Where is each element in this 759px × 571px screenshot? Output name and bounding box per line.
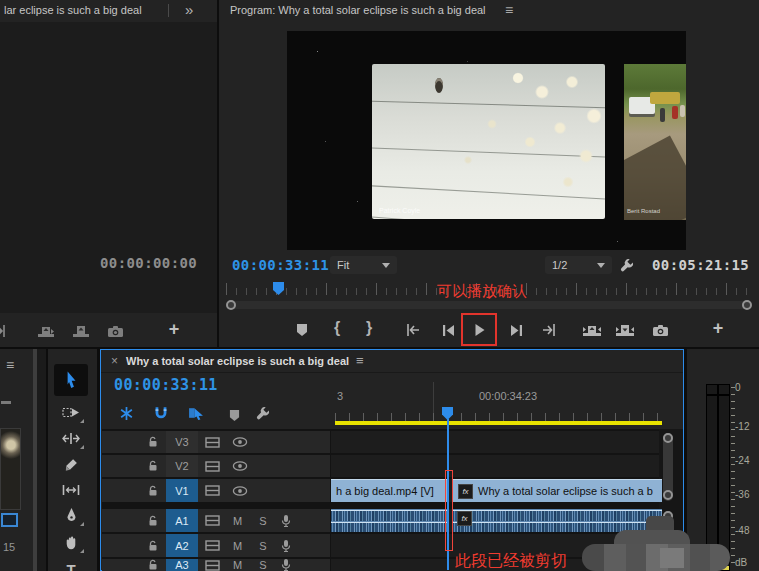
source-insert-icon[interactable] (35, 320, 57, 342)
program-panel-menu-icon[interactable]: ≡ (505, 2, 513, 18)
timeline-settings-wrench-icon[interactable] (251, 402, 273, 424)
sync-lock-icon[interactable] (205, 515, 220, 526)
cut-highlight-box (445, 470, 453, 551)
sync-lock-icon[interactable] (205, 437, 220, 448)
sync-lock-icon[interactable] (205, 560, 220, 571)
program-settings-wrench-icon[interactable] (615, 254, 637, 276)
mute-button[interactable]: M (233, 515, 242, 527)
project-item-name-partial (1, 401, 11, 404)
track-target-v2[interactable]: V2 (166, 455, 198, 477)
video-scrollbar-bottom-handle[interactable] (663, 490, 673, 500)
track-content-v2[interactable] (331, 455, 659, 477)
source-button-editor-plus[interactable]: + (163, 318, 185, 340)
mute-button[interactable]: M (233, 559, 242, 571)
source-goto-out-icon[interactable] (0, 320, 10, 342)
timeline-panel-menu-icon[interactable]: ≡ (356, 353, 364, 368)
scrollbar-right-handle[interactable] (742, 300, 752, 310)
person-light (680, 105, 685, 117)
lock-icon[interactable] (148, 485, 159, 497)
sync-lock-icon[interactable] (205, 461, 220, 472)
program-current-timecode[interactable]: 00:00:33:11 (232, 257, 329, 273)
lock-icon[interactable] (148, 559, 159, 571)
solo-button[interactable]: S (259, 540, 266, 552)
scrollbar-left-handle[interactable] (226, 300, 236, 310)
add-marker-button[interactable] (291, 319, 313, 341)
track-content-v1[interactable]: h a big deal.mp4 [V] fx Why a total sola… (331, 479, 659, 502)
step-back-button[interactable] (437, 319, 459, 341)
source-export-frame-icon[interactable] (104, 320, 126, 342)
source-tab-title[interactable]: lar eclipse is such a big deal (4, 4, 142, 16)
sync-lock-icon[interactable] (205, 485, 220, 496)
nest-sequences-icon[interactable] (115, 402, 137, 424)
timeline-tab-close-icon[interactable]: × (111, 354, 118, 368)
solo-button[interactable]: S (259, 559, 266, 571)
clip-a1-left[interactable] (331, 509, 447, 532)
waveform-left-ch2 (331, 522, 447, 532)
lock-icon[interactable] (148, 540, 159, 552)
track-output-eye-icon[interactable] (232, 437, 248, 447)
hand-tool[interactable] (56, 529, 86, 555)
slip-tool[interactable] (56, 477, 86, 503)
track-target-a2[interactable]: A2 (166, 534, 198, 557)
panel-collapse-chevrons[interactable]: » (185, 1, 193, 18)
project-thumbnail[interactable] (0, 428, 21, 510)
goto-out-button[interactable] (539, 319, 561, 341)
voiceover-mic-icon[interactable] (281, 558, 291, 571)
play-button[interactable] (468, 319, 490, 341)
zoom-level-value: Fit (337, 259, 349, 271)
mute-button[interactable]: M (233, 540, 242, 552)
track-select-forward-tool[interactable] (56, 399, 86, 425)
work-area-bar[interactable] (335, 421, 662, 425)
program-playhead[interactable] (272, 281, 285, 298)
timeline-current-timecode[interactable]: 00:00:33:11 (114, 376, 218, 394)
selection-tool[interactable] (56, 367, 86, 393)
ripple-edit-tool[interactable] (56, 425, 86, 451)
track-output-eye-icon[interactable] (232, 461, 248, 471)
pen-tool[interactable] (56, 502, 86, 528)
watermark-body (582, 544, 730, 571)
playback-resolution-select[interactable]: 1/2 (545, 256, 612, 274)
snap-magnet-icon[interactable] (150, 402, 172, 424)
clip-v1-right[interactable]: fx Why a total solar eclipse is such a b (453, 479, 662, 502)
project-panel-menu-icon[interactable]: ≡ (6, 357, 14, 373)
razor-tool[interactable] (56, 451, 86, 477)
goto-in-button[interactable] (401, 319, 423, 341)
lock-icon[interactable] (148, 460, 159, 472)
lift-button[interactable] (581, 319, 603, 341)
mark-in-button[interactable]: { (326, 317, 348, 339)
track-target-v3[interactable]: V3 (166, 431, 198, 453)
track-target-v1[interactable]: V1 (166, 479, 198, 502)
timeline-add-marker-icon[interactable] (223, 404, 245, 426)
solo-button[interactable]: S (259, 515, 266, 527)
program-mini-ruler[interactable]: 可以播放确认 (226, 281, 753, 298)
track-target-a3[interactable]: A3 (166, 559, 198, 571)
extract-button[interactable] (614, 319, 636, 341)
source-overwrite-icon[interactable] (70, 320, 92, 342)
program-zoom-scrollbar[interactable] (226, 299, 753, 311)
mark-out-button[interactable]: } (358, 317, 380, 339)
type-tool[interactable]: T (56, 556, 86, 571)
source-duration: 00:00:00:00 (100, 255, 197, 271)
track-output-eye-icon[interactable] (232, 486, 248, 496)
clip-v1-left[interactable]: h a big deal.mp4 [V] (331, 479, 447, 502)
voiceover-mic-icon[interactable] (281, 514, 291, 528)
lock-icon[interactable] (148, 515, 159, 527)
clip-v1-left-label: h a big deal.mp4 [V] (336, 485, 434, 497)
track-target-a1[interactable]: A1 (166, 509, 198, 532)
voiceover-mic-icon[interactable] (281, 539, 291, 553)
export-frame-button[interactable] (649, 319, 671, 341)
zoom-level-select[interactable]: Fit (330, 256, 397, 274)
step-forward-button[interactable] (506, 319, 528, 341)
track-content-v3[interactable] (331, 431, 659, 453)
meter-clip-indicator-right[interactable] (718, 384, 730, 395)
sync-lock-icon[interactable] (205, 540, 220, 551)
meter-clip-indicator-left[interactable] (706, 384, 718, 395)
timeline-tab-title[interactable]: Why a total solar eclipse is such a big … (126, 355, 349, 367)
button-editor-plus[interactable]: + (707, 317, 729, 339)
lock-icon[interactable] (148, 436, 159, 448)
track-header-a2: A2 M S (102, 534, 330, 557)
video-scrollbar-top-handle[interactable] (663, 433, 673, 443)
program-tab-title[interactable]: Program: Why a total solar eclipse is su… (230, 4, 486, 16)
fx-badge: fx (457, 511, 472, 526)
linked-selection-icon[interactable] (185, 402, 207, 424)
